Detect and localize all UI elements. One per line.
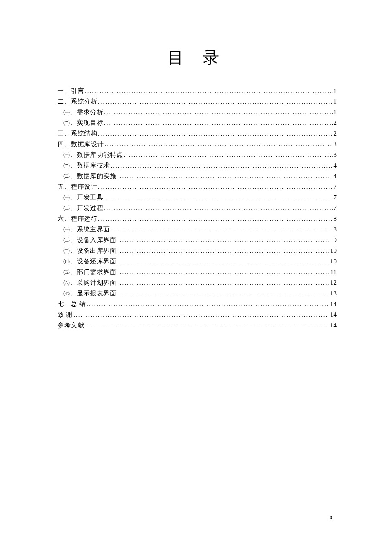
toc-entry-label: ㈠、开发工具	[63, 192, 103, 202]
toc-entry-label: ㈠、需求分析	[63, 107, 103, 117]
toc-dot-leader	[86, 299, 329, 309]
toc-entry-label: ㈢、设备出库界面	[63, 246, 116, 256]
toc-dot-leader	[111, 224, 333, 234]
toc-entry: 二、系统分析1	[58, 96, 337, 107]
toc-entry-page: 11	[331, 267, 337, 277]
toc-entry-page: 8	[334, 224, 337, 234]
toc-entry-label: ㈤、部门需求界面	[63, 267, 116, 277]
toc-entry-label: ㈡、设备入库界面	[63, 235, 116, 245]
toc-entry-label: ㈥、采购计划界面	[63, 278, 116, 288]
toc-dot-leader	[117, 246, 329, 256]
toc-entry-label: 六、程序运行	[58, 214, 97, 224]
toc-entry-page: 4	[334, 171, 337, 181]
toc-entry: 致 谢14	[58, 309, 337, 320]
toc-entry-label: ㈡、实现目标	[63, 118, 103, 128]
toc-entry-label: 参考文献	[58, 320, 84, 330]
toc-entry: ㈡、实现目标2	[58, 118, 337, 128]
toc-dot-leader	[104, 118, 333, 128]
toc-entry-page: 3	[334, 150, 337, 160]
toc-dot-leader	[117, 235, 333, 245]
toc-dot-leader	[117, 256, 329, 266]
toc-entry-page: 9	[334, 235, 337, 245]
toc-entry: ㈣、设备还库界面10	[58, 256, 337, 266]
toc-entry-label: 五、程序设计	[58, 182, 97, 192]
page-number-footer: 0	[330, 514, 333, 521]
toc-dot-leader	[124, 150, 333, 160]
toc-dot-leader	[117, 288, 329, 298]
toc-entry: 七、总 结14	[58, 299, 337, 309]
toc-dot-leader	[117, 267, 330, 277]
toc-dot-leader	[117, 171, 333, 181]
toc-entry: ㈡、开发过程7	[58, 203, 337, 213]
toc-entry-page: 13	[330, 288, 337, 298]
toc-entry-label: ㈣、设备还库界面	[63, 256, 116, 266]
toc-entry-page: 1	[334, 96, 337, 107]
toc-entry-page: 2	[334, 128, 337, 139]
document-page: 目 录 一、引言1二、系统分析1㈠、需求分析1㈡、实现目标2三、系统结构2四、数…	[0, 0, 392, 330]
toc-entry-page: 1	[334, 107, 337, 117]
toc-entry-label: 致 谢	[58, 309, 72, 320]
toc-dot-leader	[85, 86, 333, 96]
toc-entry-page: 3	[334, 139, 337, 149]
toc-entry-page: 4	[334, 160, 337, 171]
toc-list: 一、引言1二、系统分析1㈠、需求分析1㈡、实现目标2三、系统结构2四、数据库设计…	[58, 86, 337, 330]
toc-entry: 三、系统结构2	[58, 128, 337, 139]
toc-entry-page: 14	[330, 320, 337, 330]
toc-entry-label: ㈦、显示报表界面	[63, 288, 116, 298]
toc-dot-leader	[98, 182, 333, 192]
toc-entry-label: 三、系统结构	[58, 128, 97, 139]
toc-entry-page: 14	[330, 309, 337, 320]
toc-entry-label: ㈠、系统主界面	[63, 224, 110, 234]
toc-entry-page: 7	[334, 182, 337, 192]
toc-entry: 五、程序设计7	[58, 182, 337, 192]
toc-dot-leader	[73, 309, 329, 320]
toc-dot-leader	[98, 96, 333, 107]
toc-entry: ㈠、数据库功能特点3	[58, 150, 337, 160]
toc-entry-page: 1	[334, 86, 337, 96]
toc-dot-leader	[111, 160, 333, 171]
toc-entry-label: 二、系统分析	[58, 96, 97, 107]
toc-title: 目 录	[58, 47, 337, 69]
toc-entry-page: 12	[330, 278, 337, 288]
toc-entry: 六、程序运行8	[58, 214, 337, 224]
toc-entry-label: ㈡、数据库技术	[63, 160, 110, 171]
toc-entry-label: 一、引言	[58, 86, 84, 96]
toc-dot-leader	[85, 320, 329, 330]
toc-entry: ㈦、显示报表界面13	[58, 288, 337, 298]
toc-entry: ㈠、开发工具7	[58, 192, 337, 202]
toc-dot-leader	[98, 128, 333, 139]
toc-dot-leader	[104, 107, 333, 117]
toc-entry: ㈢、设备出库界面10	[58, 246, 337, 256]
toc-entry: ㈠、系统主界面8	[58, 224, 337, 234]
toc-entry-page: 10	[330, 256, 337, 266]
toc-entry: 四、数据库设计3	[58, 139, 337, 149]
toc-entry-label: ㈠、数据库功能特点	[63, 150, 123, 160]
toc-entry: ㈠、需求分析1	[58, 107, 337, 117]
toc-dot-leader	[117, 278, 329, 288]
toc-entry-page: 7	[334, 192, 337, 202]
toc-entry: 一、引言1	[58, 86, 337, 96]
toc-entry-label: ㈢、数据库的实施	[63, 171, 116, 181]
toc-entry: ㈥、采购计划界面12	[58, 278, 337, 288]
toc-dot-leader	[98, 214, 333, 224]
toc-entry-page: 2	[334, 118, 337, 128]
toc-dot-leader	[104, 192, 333, 202]
toc-entry-label: 七、总 结	[58, 299, 86, 309]
toc-entry: ㈢、数据库的实施4	[58, 171, 337, 181]
toc-entry-page: 8	[334, 214, 337, 224]
toc-entry: ㈡、设备入库界面9	[58, 235, 337, 245]
toc-entry: ㈡、数据库技术4	[58, 160, 337, 171]
toc-dot-leader	[104, 203, 333, 213]
toc-entry-page: 14	[330, 299, 337, 309]
toc-entry-page: 10	[330, 246, 337, 256]
toc-entry: 参考文献14	[58, 320, 337, 330]
toc-entry-page: 7	[334, 203, 337, 213]
toc-entry: ㈤、部门需求界面11	[58, 267, 337, 277]
toc-entry-label: ㈡、开发过程	[63, 203, 103, 213]
toc-dot-leader	[105, 139, 333, 149]
toc-entry-label: 四、数据库设计	[58, 139, 104, 149]
